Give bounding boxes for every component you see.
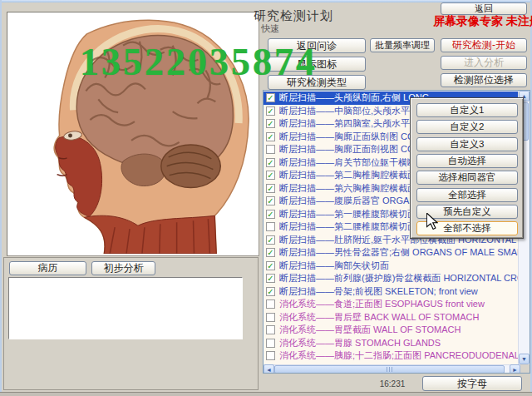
list-item-label: 断层扫描——胸部矢状切面 [279,260,389,272]
list-item-label: 断层扫描——第四脑室,头颅水平部位 [279,117,428,130]
list-item-label: 消化系统——胃后壁 BACK WALL OF STOMACH [279,311,479,324]
list-item-label: 断层扫描——第二腰椎腹部横切面 C [279,220,426,233]
horizontal-scrollbar-thumb[interactable] [274,365,505,374]
checked-checkbox[interactable]: ✓ [266,184,275,193]
list-item-label: 断层扫描——肩关节部位躯干横断面 [279,156,426,169]
checked-checkbox[interactable]: ✓ [266,274,275,283]
scroll-down-icon[interactable]: ▼ [519,354,530,364]
unchecked-checkbox[interactable] [266,299,275,309]
unchecked-checkbox[interactable] [266,222,275,231]
window-bottom-border [0,393,532,396]
unchecked-checkbox[interactable] [266,339,275,348]
medical-record-button[interactable]: 病历 [9,261,86,275]
list-item[interactable]: 消化系统——胃壁截面 WALL OF STOMACH [264,324,519,337]
checked-checkbox[interactable]: ✓ [266,287,275,296]
preliminary-analysis-button[interactable]: 初步分析 [91,261,155,275]
scroll-left-icon[interactable]: ◄ [264,364,274,374]
list-item-label: 消化系统——胃腺 STOMACH GLANDS [279,337,441,349]
checked-checkbox[interactable]: ✓ [266,119,275,128]
sort-alphabetical-button[interactable]: 按字母 [422,376,522,391]
list-item[interactable]: ✓断层扫描——胸部矢状切面 [264,260,519,273]
list-item[interactable]: ✓断层扫描——骨架;前视图 SKELETON; front view [264,285,519,299]
list-item[interactable]: ✓断层扫描——男性骨盆器官;右侧 ORGANS OF MALE SMALL PE… [264,246,519,260]
batch-frequency-button[interactable]: 批量频率调理 [370,38,435,52]
list-item[interactable]: ✓断层扫描——前列腺(摄护腺)骨盆横截面 HORIZONTAL CROSS-SE… [264,272,519,285]
back-button[interactable]: 返回 [441,2,527,15]
popup-button[interactable]: 自动选择 [416,154,518,168]
popup-button[interactable]: 自定义1 [416,103,518,117]
mouse-cursor [426,213,438,230]
popup-button[interactable]: 自定义3 [416,137,518,151]
list-item-label: 断层扫描——前列腺(摄护腺)骨盆横截面 HORIZONTAL CROSS-SEC… [279,272,519,285]
checked-checkbox[interactable]: ✓ [266,106,275,116]
list-item-label: 断层扫描——骨架;前视图 SKELETON; front view [279,285,478,298]
unchecked-checkbox[interactable] [266,325,275,334]
window-left-border [0,0,2,396]
list-item-label: 断层扫描——男性骨盆器官;右侧 ORGANS OF MALE SMALL PEL… [279,246,519,259]
checked-checkbox[interactable]: ✓ [266,196,275,205]
screen-recorder-watermark: 屏幕录像专家 未注册 [433,14,532,29]
checked-checkbox[interactable]: ✓ [266,93,275,102]
list-item-label: 消化系统——食道;正面图 ESOPHAGUS front view [279,298,485,310]
list-item-label: 断层扫描——第二胸椎胸腔横截面 LO [279,169,431,181]
popup-button[interactable]: 自定义2 [416,120,518,134]
list-item[interactable]: 消化系统——食道;正面图 ESOPHAGUS front view [264,298,519,311]
checked-checkbox[interactable]: ✓ [266,171,275,180]
list-item[interactable]: 消化系统——胃后壁 BACK WALL OF STOMACH [264,311,519,324]
list-item[interactable]: 消化系统——胰腺;十二指肠;正面图 PANCREODUODENAL ZONE; … [264,349,519,363]
selection-counter: 16:231 [374,379,411,389]
popup-button[interactable]: 全部选择 [416,188,518,202]
phone-number-watermark: 13522035874 [80,40,318,84]
enter-analysis-button: 进入分析 [441,56,527,70]
checked-checkbox[interactable]: ✓ [266,235,275,245]
popup-button[interactable]: 选择相同器官 [416,171,518,185]
detect-body-part-button[interactable]: 检测部位选择 [441,73,527,87]
scroll-right-icon[interactable]: ► [510,364,520,374]
unchecked-checkbox[interactable] [266,313,275,322]
list-item-label: 断层扫描——头颅纵剖面,右侧 LONG [279,92,429,104]
page-subtitle: 快速 [261,22,279,35]
unchecked-checkbox[interactable] [266,351,275,360]
checked-checkbox[interactable]: ✓ [266,261,275,270]
research-detect-start-button[interactable]: 研究检测-开始 [441,38,527,52]
scrollbar-corner [520,364,530,374]
unchecked-checkbox[interactable] [266,145,275,154]
checked-checkbox[interactable]: ✓ [266,248,275,257]
list-item-label: 消化系统——胰腺;十二指肠;正面图 PANCREODUODENAL ZONE; … [279,349,519,362]
list-item[interactable]: 消化系统——胃腺 STOMACH GLANDS [264,337,519,350]
checked-checkbox[interactable]: ✓ [266,132,275,141]
checked-checkbox[interactable]: ✓ [266,210,275,219]
list-item-label: 断层扫描——中脑部位,头颅水平部位 [279,105,428,117]
checked-checkbox[interactable]: ✓ [266,158,275,167]
notes-textarea[interactable] [8,277,243,339]
list-item-label: 消化系统——胃壁截面 WALL OF STOMACH [279,324,461,336]
list-item-label: 断层扫描——第一腰椎腹部横切面 C [279,208,426,220]
